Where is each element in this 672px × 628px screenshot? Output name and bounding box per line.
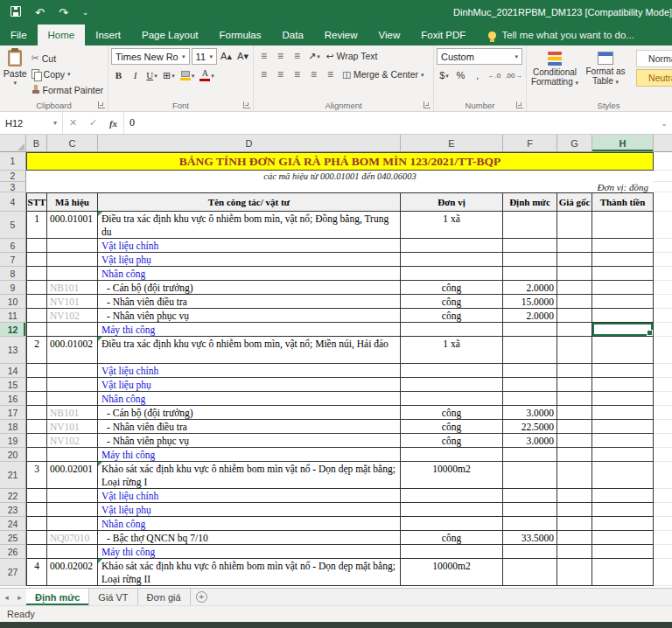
cell-E17[interactable]: công [401, 406, 503, 420]
cell-C17[interactable]: NB101 [47, 406, 98, 420]
cell-F26[interactable] [503, 545, 557, 559]
cell-E20[interactable] [401, 448, 503, 462]
cell-style-normal[interactable]: Normal [636, 50, 672, 67]
cell-style-neutral[interactable]: Neutral [636, 69, 672, 87]
cell-D15[interactable]: Vật liệu phụ [98, 378, 401, 392]
cell-H20[interactable] [592, 448, 654, 462]
increase-indent-button[interactable]: ≡ [323, 66, 338, 82]
row-header-8[interactable]: 8 [0, 267, 26, 281]
redo-button[interactable]: ↷ [59, 7, 68, 18]
cell-H16[interactable] [592, 392, 654, 406]
cell-F12[interactable] [503, 323, 557, 337]
cell-H22[interactable] [592, 489, 654, 503]
cell-F24[interactable] [503, 517, 557, 531]
decrease-indent-button[interactable]: ≡ [306, 66, 321, 82]
cell-H24[interactable] [592, 517, 654, 531]
cancel-icon[interactable]: ✕ [63, 117, 83, 129]
cell-E10[interactable]: công [401, 295, 503, 309]
cell-E22[interactable] [401, 489, 503, 503]
cell-C5[interactable]: 000.01001 [47, 212, 98, 239]
cut-button[interactable]: ✂Cut [30, 51, 105, 66]
undo-button[interactable]: ↶ [35, 7, 45, 18]
cell-G10[interactable] [557, 295, 592, 309]
save-button[interactable] [10, 6, 21, 18]
cell-G11[interactable] [557, 309, 592, 323]
ribbon-tab-home[interactable]: Home [38, 24, 86, 45]
cell-E19[interactable]: công [401, 434, 503, 448]
cell-C18[interactable]: NV101 [47, 420, 98, 434]
insert-function-icon[interactable]: fx [103, 118, 123, 129]
bold-button[interactable]: B [111, 67, 126, 83]
top-align-button[interactable]: ≡ [256, 48, 271, 64]
cell-D6[interactable]: Vật liệu chính [98, 239, 401, 253]
cell-E15[interactable] [401, 378, 503, 392]
cell-E8[interactable] [401, 267, 503, 281]
ribbon-tab-page-layout[interactable]: Page Layout [131, 24, 209, 45]
row-header-23[interactable]: 23 [0, 503, 26, 517]
column-header-E[interactable]: E [401, 135, 503, 151]
row-header-1[interactable]: 1 [0, 152, 26, 171]
cell-D10[interactable]: - Nhân viên điều tra [98, 295, 401, 309]
cell-F25[interactable]: 33.5000 [503, 531, 557, 545]
sheet-nav-left-icon[interactable]: ◂ [0, 589, 13, 605]
table-header-B[interactable]: STT [26, 192, 47, 212]
cell-C23[interactable] [47, 503, 98, 517]
accounting-format-button[interactable]: $▾ [437, 67, 452, 83]
alignment-dialog-launcher-icon[interactable] [424, 101, 430, 108]
cell-D12[interactable]: Máy thi công [98, 323, 401, 337]
cell-B9[interactable] [26, 281, 47, 295]
column-header-B[interactable]: B [26, 135, 47, 151]
cell-C22[interactable] [47, 489, 98, 503]
cell-G27[interactable] [557, 559, 592, 586]
font-name-select[interactable]: Times New Ro▾ [111, 48, 190, 65]
name-box[interactable]: H12▾ [0, 112, 63, 134]
decrease-font-button[interactable]: A▾ [235, 49, 250, 65]
row-header-14[interactable]: 14 [0, 364, 26, 378]
table-header-G[interactable]: Giá gốc [557, 192, 592, 212]
cell-D19[interactable]: - Nhân viên phục vụ [98, 434, 401, 448]
cell-B18[interactable] [26, 420, 47, 434]
table-header-F[interactable]: Định mức [503, 192, 557, 212]
cell-E18[interactable]: công [401, 420, 503, 434]
ribbon-tab-formulas[interactable]: Formulas [209, 24, 272, 45]
sheet-tab-2[interactable]: Đơn giá [138, 589, 191, 605]
cell-D17[interactable]: - Cán bộ (đội trưởng) [98, 406, 401, 420]
cell-G24[interactable] [557, 517, 592, 531]
row-header-19[interactable]: 19 [0, 434, 26, 448]
cell-D8[interactable]: Nhân công [98, 267, 401, 281]
cell-D25[interactable]: - Bậc thợ QNCN bq 7/10 [98, 531, 401, 545]
cell-G16[interactable] [557, 392, 592, 406]
cell-F14[interactable] [503, 364, 557, 378]
cell-G14[interactable] [557, 364, 592, 378]
row-header-27[interactable]: 27 [0, 559, 26, 586]
align-left-button[interactable]: ≡ [256, 66, 271, 82]
cell-H27[interactable] [592, 559, 654, 586]
cell-B12[interactable] [26, 323, 47, 337]
cell-H15[interactable] [592, 378, 654, 392]
cell-B15[interactable] [26, 378, 47, 392]
cell-H12[interactable] [592, 323, 654, 337]
cell-G19[interactable] [557, 434, 592, 448]
cell-F10[interactable]: 15.0000 [503, 295, 557, 309]
cell-E9[interactable]: công [401, 281, 503, 295]
cell-H6[interactable] [592, 239, 654, 253]
cell-D11[interactable]: - Nhân viên phục vụ [98, 309, 401, 323]
ribbon-tab-data[interactable]: Data [272, 24, 314, 45]
cell-E24[interactable] [401, 517, 503, 531]
cell-B6[interactable] [26, 239, 47, 253]
cell-H25[interactable] [592, 531, 654, 545]
sheet-title-cell[interactable]: BẢNG TÍNH ĐƠN GIÁ RÀ PHÁ BOM MÌN 123/202… [26, 152, 654, 171]
row-header-15[interactable]: 15 [0, 378, 26, 392]
cell-C8[interactable] [47, 267, 98, 281]
cell-E23[interactable] [401, 503, 503, 517]
cell-B8[interactable] [26, 267, 47, 281]
row-header-2[interactable]: 2 [0, 171, 26, 182]
row-header-11[interactable]: 11 [0, 309, 26, 323]
cell-G26[interactable] [557, 545, 592, 559]
sheet-tab-0[interactable]: Định mức [26, 589, 89, 605]
cell-E6[interactable] [401, 239, 503, 253]
cell-G25[interactable] [557, 531, 592, 545]
cell-H7[interactable] [592, 253, 654, 267]
cell-H17[interactable] [592, 406, 654, 420]
column-header-F[interactable]: F [503, 135, 557, 151]
